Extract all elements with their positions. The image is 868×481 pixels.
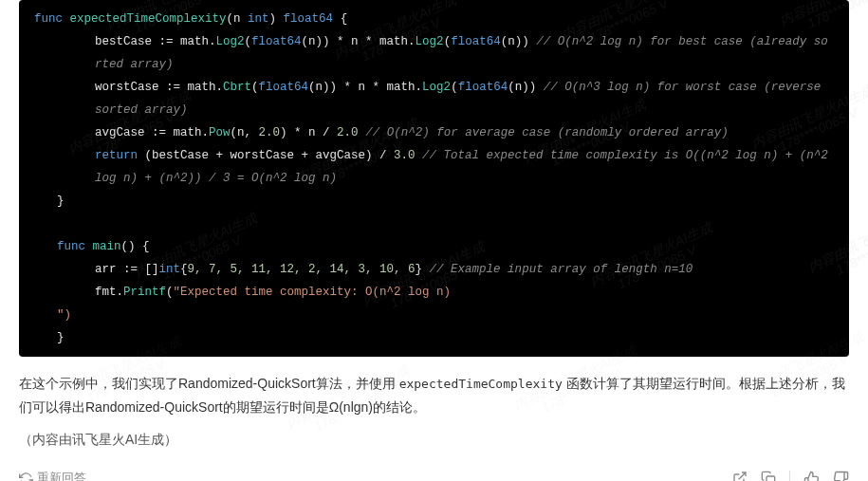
code-line <box>19 213 849 235</box>
code-block: func expectedTimeComplexity(n int) float… <box>19 0 849 357</box>
thumbs-up-icon <box>803 471 820 482</box>
code-line: } <box>19 326 849 349</box>
regenerate-button[interactable]: 重新回答 <box>19 470 86 481</box>
explanation-paragraph: 在这个示例中，我们实现了Randomized-QuickSort算法，并使用 e… <box>19 372 849 418</box>
svg-rect-1 <box>766 476 775 481</box>
code-line: ") <box>19 304 849 326</box>
copy-button[interactable] <box>761 471 776 481</box>
refresh-icon <box>19 472 33 482</box>
explanation-text: 在这个示例中，我们实现了Randomized-QuickSort算法，并使用 e… <box>0 372 868 451</box>
action-bar: 重新回答 <box>0 458 868 481</box>
code-line: func main() { <box>19 235 849 258</box>
code-line: } <box>19 190 849 213</box>
code-line: func expectedTimeComplexity(n int) float… <box>19 8 849 30</box>
regenerate-label: 重新回答 <box>37 470 86 481</box>
share-button[interactable] <box>732 471 748 481</box>
code-line: fmt.Printf("Expected time complexity: O(… <box>19 281 849 304</box>
svg-line-0 <box>739 472 746 479</box>
attribution-text: （内容由讯飞星火AI生成） <box>19 428 849 451</box>
divider <box>789 471 790 481</box>
code-line: avgCase := math.Pow(n, 2.0) * n / 2.0 //… <box>19 121 849 144</box>
code-line: return (bestCase + worstCase + avgCase) … <box>19 144 849 190</box>
thumbs-down-icon <box>833 471 849 482</box>
copy-icon <box>761 471 776 481</box>
code-line: worstCase := math.Cbrt(float64(n)) * n *… <box>19 76 849 121</box>
thumbs-down-button[interactable] <box>833 471 849 482</box>
code-line: bestCase := math.Log2(float64(n)) * n * … <box>19 30 849 76</box>
code-line: arr := []int{9, 7, 5, 11, 12, 2, 14, 3, … <box>19 258 849 281</box>
thumbs-up-button[interactable] <box>803 471 820 482</box>
share-icon <box>732 471 748 481</box>
